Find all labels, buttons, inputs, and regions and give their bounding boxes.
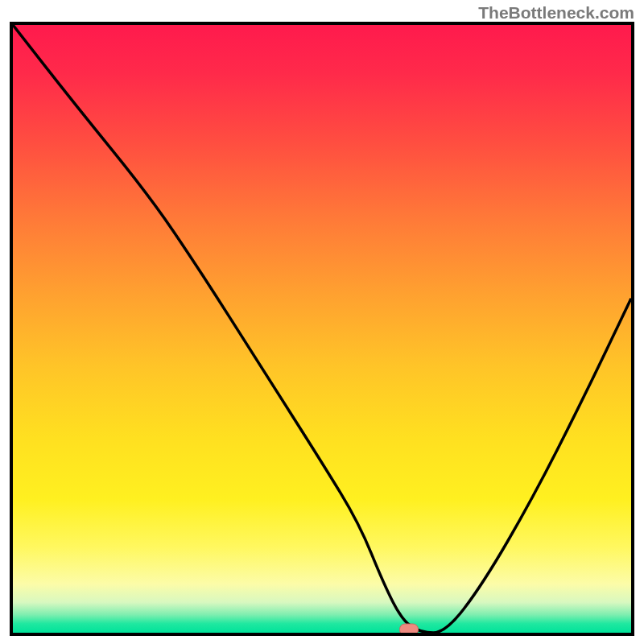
current-config-marker <box>399 624 419 636</box>
bottleneck-curve <box>13 25 631 633</box>
bottleneck-chart: TheBottleneck.com <box>0 0 644 644</box>
curve-svg <box>13 25 631 633</box>
plot-area <box>10 22 634 636</box>
attribution-label: TheBottleneck.com <box>478 3 634 23</box>
